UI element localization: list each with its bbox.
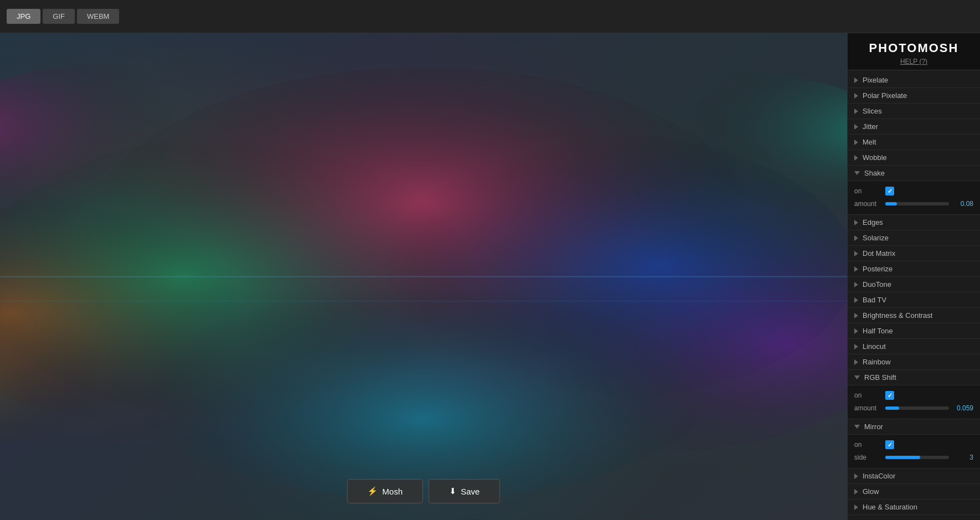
main-layout: ⚡ Mosh ⬇ Save PHOTOMOSH HELP (?) Pixelat… xyxy=(0,33,980,520)
effect-label-wobble: Wobble xyxy=(863,153,887,162)
slider-value-rgb-shift-amount: 0.059 xyxy=(952,404,973,412)
effect-row-shake[interactable]: Shake xyxy=(848,166,980,181)
slider-wrap-mirror-side: 3 xyxy=(885,454,973,461)
tab-gif[interactable]: GIF xyxy=(43,9,75,24)
effect-label-slices: Slices xyxy=(863,107,882,115)
effect-row-wobble[interactable]: Wobble xyxy=(848,150,980,166)
slider-track-rgb-shift-amount[interactable] xyxy=(885,406,949,410)
effect-row-instacolor[interactable]: InstaColor xyxy=(848,468,980,484)
svg-point-1 xyxy=(85,68,762,408)
effect-row-slices[interactable]: Slices xyxy=(848,104,980,119)
effect-row-posterize[interactable]: Posterize xyxy=(848,261,980,277)
control-row-mirror-on: on xyxy=(854,438,973,451)
effect-row-brightness-contrast[interactable]: Brightness & Contrast xyxy=(848,308,980,323)
expand-icon-slices xyxy=(854,109,858,114)
save-icon: ⬇ xyxy=(449,486,456,496)
glitch-image xyxy=(0,33,847,520)
effect-row-jitter[interactable]: Jitter xyxy=(848,119,980,135)
control-row-shake-amount: amount 0.08 xyxy=(854,198,973,210)
svg-point-9 xyxy=(0,63,330,277)
sidebar: PHOTOMOSH HELP (?) Pixelate Polar Pixela… xyxy=(847,33,980,520)
effect-label-solarize: Solarize xyxy=(863,234,889,242)
effect-label-duotone: DuoTone xyxy=(863,280,891,289)
expand-icon-instacolor xyxy=(854,473,858,479)
expand-icon-mirror xyxy=(854,425,860,429)
effect-label-hue-saturation: Hue & Saturation xyxy=(863,503,917,511)
effect-label-brightness-contrast: Brightness & Contrast xyxy=(863,311,932,320)
slider-fill-mirror-side xyxy=(885,456,920,459)
effect-row-linocut[interactable]: Linocut xyxy=(848,339,980,354)
effect-row-bad-tv[interactable]: Bad TV xyxy=(848,292,980,308)
expand-icon-hue-saturation xyxy=(854,504,858,510)
svg-point-7 xyxy=(0,253,254,447)
expand-icon-bad-tv xyxy=(854,297,858,303)
expand-icon-edges xyxy=(854,220,858,225)
effect-row-half-tone[interactable]: Half Tone xyxy=(848,323,980,339)
svg-point-6 xyxy=(119,228,728,501)
bottom-toolbar: ⚡ Mosh ⬇ Save xyxy=(347,479,500,503)
mosh-button[interactable]: ⚡ Mosh xyxy=(347,479,423,503)
expand-icon-rgb-shift xyxy=(854,375,860,379)
control-row-rgb-shift-on: on xyxy=(854,389,973,402)
effect-row-vignette[interactable]: Vignette xyxy=(848,515,980,520)
control-label-rgb-shift-on: on xyxy=(854,392,882,399)
expand-icon-polar-pixelate xyxy=(854,93,858,99)
effect-label-linocut: Linocut xyxy=(863,342,886,351)
top-bar: JPG GIF WEBM xyxy=(0,0,980,33)
save-button[interactable]: ⬇ Save xyxy=(429,479,500,503)
slider-wrap-shake-amount: 0.08 xyxy=(885,200,973,208)
control-label-mirror-on: on xyxy=(854,441,882,449)
expand-icon-posterize xyxy=(854,266,858,272)
control-row-shake-on: on xyxy=(854,184,973,198)
effect-label-dot-matrix: Dot Matrix xyxy=(863,249,895,258)
effect-label-bad-tv: Bad TV xyxy=(863,296,886,304)
expand-icon-pixelate xyxy=(854,78,858,83)
svg-rect-0 xyxy=(0,33,847,520)
control-label-shake-amount: amount xyxy=(854,200,882,208)
slider-value-mirror-side: 3 xyxy=(952,454,973,461)
expand-icon-wobble xyxy=(854,155,858,161)
effect-row-glow[interactable]: Glow xyxy=(848,484,980,500)
effect-label-rgb-shift: RGB Shift xyxy=(864,373,896,382)
effect-row-duotone[interactable]: DuoTone xyxy=(848,277,980,292)
effect-row-polar-pixelate[interactable]: Polar Pixelate xyxy=(848,88,980,104)
svg-point-2 xyxy=(0,131,567,423)
svg-rect-11 xyxy=(0,277,847,277)
mosh-icon: ⚡ xyxy=(367,486,378,496)
control-label-rgb-shift-amount: amount xyxy=(854,404,882,412)
checkbox-shake-on[interactable] xyxy=(885,187,894,195)
effect-row-rainbow[interactable]: Rainbow xyxy=(848,354,980,370)
glitch-overlay xyxy=(0,33,847,520)
tab-jpg[interactable]: JPG xyxy=(7,9,40,24)
effect-row-melt[interactable]: Melt xyxy=(848,135,980,150)
effect-row-hue-saturation[interactable]: Hue & Saturation xyxy=(848,500,980,515)
effect-row-rgb-shift[interactable]: RGB Shift xyxy=(848,370,980,385)
help-link[interactable]: HELP (?) xyxy=(856,58,971,65)
effect-label-rainbow: Rainbow xyxy=(863,358,891,366)
expand-icon-brightness-contrast xyxy=(854,313,858,318)
effect-label-posterize: Posterize xyxy=(863,265,892,273)
checkbox-rgb-shift-on[interactable] xyxy=(885,391,894,400)
svg-point-5 xyxy=(407,179,847,452)
slider-fill-shake-amount xyxy=(885,202,897,205)
effect-row-pixelate[interactable]: Pixelate xyxy=(848,73,980,88)
expand-icon-linocut xyxy=(854,344,858,349)
slider-track-shake-amount[interactable] xyxy=(885,202,949,205)
slider-value-shake-amount: 0.08 xyxy=(952,200,973,208)
effect-expanded-mirror: on side 3 xyxy=(848,435,980,468)
effect-label-glow: Glow xyxy=(863,487,879,496)
checkbox-mirror-on[interactable] xyxy=(885,440,894,449)
expand-icon-jitter xyxy=(854,124,858,130)
effects-list: Pixelate Polar Pixelate Slices Jitter Me… xyxy=(848,70,980,520)
svg-point-8 xyxy=(551,72,847,267)
slider-fill-rgb-shift-amount xyxy=(885,406,899,410)
effect-row-mirror[interactable]: Mirror xyxy=(848,419,980,435)
slider-track-mirror-side[interactable] xyxy=(885,456,949,459)
effect-expanded-rgb-shift: on amount 0.059 xyxy=(848,385,980,419)
tab-webm[interactable]: WEBM xyxy=(77,9,119,24)
effect-row-edges[interactable]: Edges xyxy=(848,215,980,230)
effect-label-polar-pixelate: Polar Pixelate xyxy=(863,91,907,100)
expand-icon-duotone xyxy=(854,282,858,287)
effect-row-dot-matrix[interactable]: Dot Matrix xyxy=(848,246,980,261)
effect-row-solarize[interactable]: Solarize xyxy=(848,230,980,246)
